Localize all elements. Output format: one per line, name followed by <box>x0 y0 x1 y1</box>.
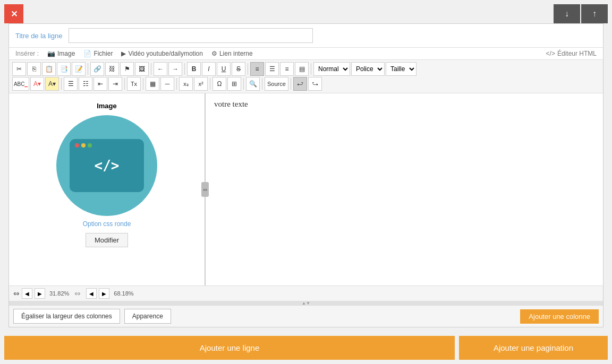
table-button[interactable]: ▦ <box>146 77 159 91</box>
insert-image-button[interactable]: 🖼 <box>135 62 149 76</box>
insert-label: Insérer : <box>15 50 39 57</box>
list-ul-button[interactable]: ☰ <box>64 77 78 91</box>
source-button[interactable]: Source <box>265 77 288 91</box>
align-justify-button[interactable]: ▤ <box>295 62 309 76</box>
special-chars-button[interactable]: Ω <box>212 77 226 91</box>
close-button[interactable]: ✕ <box>4 4 23 23</box>
subscript-button[interactable]: x₂ <box>179 77 193 91</box>
toolbar-sep-13 <box>291 78 291 90</box>
anchor-button[interactable]: ⚑ <box>120 62 134 76</box>
paste-button[interactable]: 📋 <box>42 62 56 76</box>
image-section-title: Image <box>97 102 117 110</box>
insert-file[interactable]: 📄 Fichier <box>83 50 113 57</box>
move-down-button[interactable]: ↓ <box>554 4 580 23</box>
equalize-columns-button[interactable]: Égaliser la largeur des colonnes <box>13 309 120 324</box>
file-icon: 📄 <box>83 50 91 57</box>
add-pagination-button[interactable]: Ajouter une pagination <box>459 336 608 360</box>
outdent-button[interactable]: ⇤ <box>94 77 107 91</box>
toolbar-sep-3 <box>184 63 185 75</box>
strikethrough-button[interactable]: S <box>232 62 245 76</box>
toolbar-sep-5 <box>311 63 311 75</box>
align-left-button[interactable]: ≡ <box>250 62 264 76</box>
col2-width: 68.18% <box>114 290 133 297</box>
find-button[interactable]: 🔍 <box>246 77 260 91</box>
toolbar-sep-11 <box>243 78 244 90</box>
column-width-bar: ⇔ ◀ ▶ 31.82% ⇔ ◀ ▶ 68.18% <box>9 285 603 301</box>
toolbar-sep-2 <box>151 63 151 75</box>
col1-grow-button[interactable]: ▶ <box>35 288 45 299</box>
title-label: Titre de la ligne <box>15 32 62 40</box>
redo-button[interactable]: → <box>168 62 182 76</box>
add-line-button[interactable]: Ajouter une ligne <box>4 336 455 360</box>
column-resize-handle[interactable]: ⇔ <box>201 182 209 197</box>
col-sep: ⇔ <box>74 289 81 298</box>
italic-button[interactable]: I <box>202 62 216 76</box>
copy-button[interactable]: ⎘ <box>27 62 41 76</box>
size-select[interactable]: Taille <box>386 62 416 76</box>
dot-green <box>88 143 92 148</box>
toolbar-sep-6 <box>61 78 62 90</box>
insert-internal-link[interactable]: ⚙ Lien interne <box>211 50 253 57</box>
undo-button[interactable]: ← <box>154 62 167 76</box>
insert-image[interactable]: 📷 Image <box>47 50 75 57</box>
appearance-button[interactable]: Apparence <box>124 309 171 324</box>
toolbar-sep-10 <box>210 78 210 90</box>
link-internal-icon: ⚙ <box>211 50 217 57</box>
col1-resize-icon: ⇔ <box>13 289 20 298</box>
image-thumbnail: </> <box>56 115 157 216</box>
image-icon: 📷 <box>47 50 55 57</box>
resize-icon: ⇔ <box>203 187 207 193</box>
list-ol-button[interactable]: ☷ <box>79 77 92 91</box>
unlink-button[interactable]: ⛓ <box>105 62 119 76</box>
embed-button[interactable]: ⊞ <box>227 77 241 91</box>
style-select[interactable]: Normal <box>313 62 350 76</box>
dot-red <box>75 143 79 148</box>
move-up-button[interactable]: ↑ <box>581 4 608 23</box>
paste-plain-button[interactable]: 📑 <box>57 62 71 76</box>
paste-word-button[interactable]: 📝 <box>72 62 86 76</box>
hr-button[interactable]: ─ <box>160 77 174 91</box>
col1-width: 31.82% <box>49 290 69 297</box>
text-editor-area[interactable]: votre texte <box>206 93 603 285</box>
align-center-button[interactable]: ☰ <box>265 62 279 76</box>
video-icon: ▶ <box>121 50 126 57</box>
toolbar-sep-12 <box>262 78 262 90</box>
editor-content: votre texte <box>214 100 594 109</box>
insert-video[interactable]: ▶ Vidéo youtube/dailymotion <box>121 50 203 57</box>
clear-format-button[interactable]: Tx <box>127 77 141 91</box>
bg-color-button[interactable]: A▾ <box>45 77 59 91</box>
vertical-resize-handle[interactable]: ▲▼ <box>9 301 603 305</box>
add-column-button[interactable]: Ajouter une colonne <box>520 309 599 324</box>
toolbar-sep-7 <box>124 78 125 90</box>
font-color-button[interactable]: A▾ <box>30 77 44 91</box>
image-caption: Option css ronde <box>83 220 131 228</box>
code-tag-icon: </> <box>95 158 120 174</box>
underline-button[interactable]: U <box>217 62 231 76</box>
title-input[interactable] <box>69 28 313 43</box>
ltr-button[interactable]: ⮐ <box>293 77 307 91</box>
font-select[interactable]: Police <box>351 62 385 76</box>
spellcheck-button[interactable]: ABC_ <box>12 77 29 91</box>
rtl-button[interactable]: ⮑ <box>308 77 322 91</box>
html-editor-button[interactable]: </> Éditeur HTML <box>546 50 597 57</box>
modify-image-button[interactable]: Modifier <box>86 233 128 247</box>
superscript-button[interactable]: x² <box>194 77 208 91</box>
col2-grow-button[interactable]: ▶ <box>99 288 109 299</box>
dot-yellow <box>81 143 86 148</box>
bold-button[interactable]: B <box>187 62 201 76</box>
toolbar-sep-9 <box>176 78 177 90</box>
toolbar-sep-8 <box>143 78 143 90</box>
cut-button[interactable]: ✂ <box>12 62 26 76</box>
link-button[interactable]: 🔗 <box>90 62 104 76</box>
align-right-button[interactable]: ≡ <box>280 62 294 76</box>
toolbar-sep-1 <box>88 63 88 75</box>
toolbar-sep-4 <box>248 63 248 75</box>
col1-shrink-button[interactable]: ◀ <box>22 288 32 299</box>
code-icon: </> <box>546 50 555 57</box>
indent-button[interactable]: ⇥ <box>108 77 122 91</box>
col2-shrink-button[interactable]: ◀ <box>86 288 97 299</box>
